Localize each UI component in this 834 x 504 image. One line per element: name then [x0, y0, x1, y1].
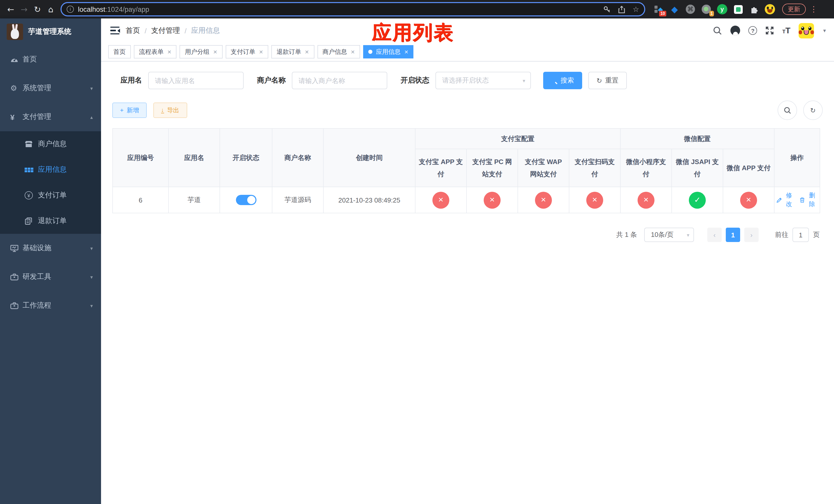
page-size-select[interactable]: 10条/页 ▾	[644, 228, 694, 242]
profile-avatar-icon[interactable]	[765, 4, 775, 14]
merchant-name-input[interactable]	[292, 72, 387, 89]
close-icon[interactable]: ✕	[259, 49, 263, 54]
close-icon[interactable]: ✕	[167, 49, 172, 54]
url-bar[interactable]: i localhost:1024/pay/app ☆	[61, 2, 645, 17]
sidebar-item-home[interactable]: 首页	[0, 45, 101, 74]
home-icon[interactable]: ⌂	[44, 3, 58, 16]
extension-badge: 1	[709, 11, 714, 17]
monitor-icon	[10, 244, 23, 252]
tab-process-form[interactable]: 流程表单✕	[134, 45, 177, 59]
goto-label: 前往	[775, 230, 788, 239]
close-icon[interactable]: ✕	[351, 49, 355, 54]
search-icon[interactable]	[713, 26, 722, 35]
sidebar-item-workflow[interactable]: 工作流程 ▾	[0, 291, 101, 320]
cell-merchant: 芋道源码	[272, 187, 323, 213]
add-button[interactable]: + 新增	[112, 102, 147, 118]
sidebar-item-infra[interactable]: 基础设施 ▾	[0, 234, 101, 262]
yen-icon: ¥	[10, 113, 23, 121]
reset-button[interactable]: ↻ 重置	[588, 72, 627, 89]
breadcrumb-payment[interactable]: 支付管理	[151, 26, 180, 35]
github-icon[interactable]	[730, 26, 740, 36]
logo-row[interactable]: 芋道管理系统	[0, 19, 101, 45]
wx-mini-status-icon	[638, 191, 655, 208]
breadcrumb-current: 应用信息	[191, 26, 220, 35]
col-actions: 操作	[774, 129, 820, 187]
wx-jsapi-status-icon	[689, 191, 706, 208]
table-grid-icon	[25, 167, 38, 172]
fullscreen-icon[interactable]	[765, 26, 774, 35]
edit-link[interactable]: 修改	[776, 191, 794, 209]
extension-y-icon[interactable]: y	[717, 4, 727, 14]
password-key-icon[interactable]	[603, 5, 611, 13]
sidebar-item-app-info[interactable]: 应用信息	[0, 157, 101, 183]
refresh-table-button[interactable]: ↻	[803, 100, 823, 120]
help-icon[interactable]: ?	[748, 26, 757, 35]
extension-command-icon[interactable]: ⌘	[685, 4, 696, 14]
status-label: 开启状态	[401, 76, 429, 85]
extension-chat-icon[interactable]	[733, 4, 743, 14]
avatar-caret-icon[interactable]: ▼	[822, 28, 827, 33]
tab-pay-order[interactable]: 支付订单✕	[226, 45, 268, 59]
merchant-name-label: 商户名称	[257, 76, 286, 85]
sidebar-item-system[interactable]: ⚙ 系统管理 ▾	[0, 74, 101, 102]
cell-app-id: 6	[113, 187, 169, 213]
bookmark-star-icon[interactable]: ☆	[633, 5, 639, 13]
sidebar-item-refund-order[interactable]: 退款订单	[0, 208, 101, 234]
tag-view-bar: 首页 流程表单✕ 用户分组✕ 支付订单✕ 退款订单✕ 商户信息✕ 应用信息✕	[101, 43, 834, 62]
export-button[interactable]: ↓ 导出	[153, 102, 187, 118]
font-size-icon[interactable]: TT	[782, 26, 790, 35]
chrome-update-button[interactable]: 更新	[782, 4, 806, 15]
extension-blocks-icon[interactable]: ◆ 10	[654, 4, 664, 14]
enabled-toggle[interactable]	[236, 195, 256, 205]
tab-merchant-info[interactable]: 商户信息✕	[317, 45, 360, 59]
user-avatar[interactable]	[798, 23, 814, 38]
forward-icon[interactable]: →	[18, 3, 31, 16]
col-wx-mini: 微信小程序支付	[620, 149, 672, 187]
back-icon[interactable]: ←	[4, 3, 18, 16]
close-icon[interactable]: ✕	[404, 49, 409, 54]
extension-badge: 10	[659, 11, 666, 17]
download-icon: ↓	[161, 107, 164, 113]
share-icon[interactable]	[618, 5, 626, 13]
plus-icon: +	[120, 107, 124, 114]
prev-page-button[interactable]: ‹	[707, 228, 722, 242]
tab-home[interactable]: 首页	[108, 45, 131, 59]
navbar-actions: ? TT ▼	[713, 23, 827, 38]
sidebar-item-payment[interactable]: ¥ 支付管理 ▴	[0, 102, 101, 131]
sidebar-collapse-icon[interactable]	[110, 27, 119, 35]
chrome-menu-icon[interactable]: ⋮	[810, 5, 818, 14]
site-info-icon[interactable]: i	[67, 6, 74, 13]
tab-user-group[interactable]: 用户分组✕	[180, 45, 223, 59]
extensions-puzzle-icon[interactable]	[749, 4, 759, 14]
filter-form: 应用名 商户名称 开启状态 请选择开启状态 ▾ 搜索 ↻ 重	[112, 72, 827, 89]
chevron-up-icon: ▴	[90, 114, 93, 120]
extension-monkey-icon[interactable]: 1	[701, 4, 711, 14]
chevron-down-icon: ▾	[90, 274, 93, 280]
page-1-button[interactable]: 1	[726, 228, 740, 242]
group-wechat-config: 微信配置	[620, 129, 774, 149]
breadcrumb-home[interactable]: 首页	[126, 26, 140, 35]
close-icon[interactable]: ✕	[305, 49, 309, 54]
status-select[interactable]: 请选择开启状态 ▾	[436, 72, 531, 89]
page-unit-label: 页	[813, 230, 820, 239]
next-page-button[interactable]: ›	[744, 228, 759, 242]
sidebar-item-merchant-info[interactable]: 商户信息	[0, 131, 101, 157]
app-name-input[interactable]	[148, 72, 244, 89]
extension-gem-icon[interactable]: ◆	[670, 4, 680, 14]
show-search-toggle-button[interactable]	[777, 100, 797, 120]
dashboard-icon	[10, 55, 23, 64]
tab-app-info[interactable]: 应用信息✕	[363, 45, 414, 59]
search-button[interactable]: 搜索	[543, 72, 582, 89]
tab-refund-order[interactable]: 退款订单✕	[271, 45, 314, 59]
chevron-down-icon: ▾	[90, 85, 93, 91]
sidebar-item-pay-order[interactable]: ¥ 支付订单	[0, 183, 101, 208]
url-text: localhost:1024/pay/app	[78, 5, 149, 13]
delete-link[interactable]: 删除	[799, 191, 818, 209]
alipay-wap-status-icon	[535, 191, 552, 208]
sidebar-item-devtools[interactable]: 研发工具 ▾	[0, 262, 101, 291]
close-icon[interactable]: ✕	[213, 49, 218, 54]
cell-app-name: 芋道	[169, 187, 220, 213]
reload-icon[interactable]: ↻	[31, 3, 44, 16]
goto-page-input[interactable]	[792, 228, 809, 242]
col-alipay-scan: 支付宝扫码支付	[569, 149, 620, 187]
